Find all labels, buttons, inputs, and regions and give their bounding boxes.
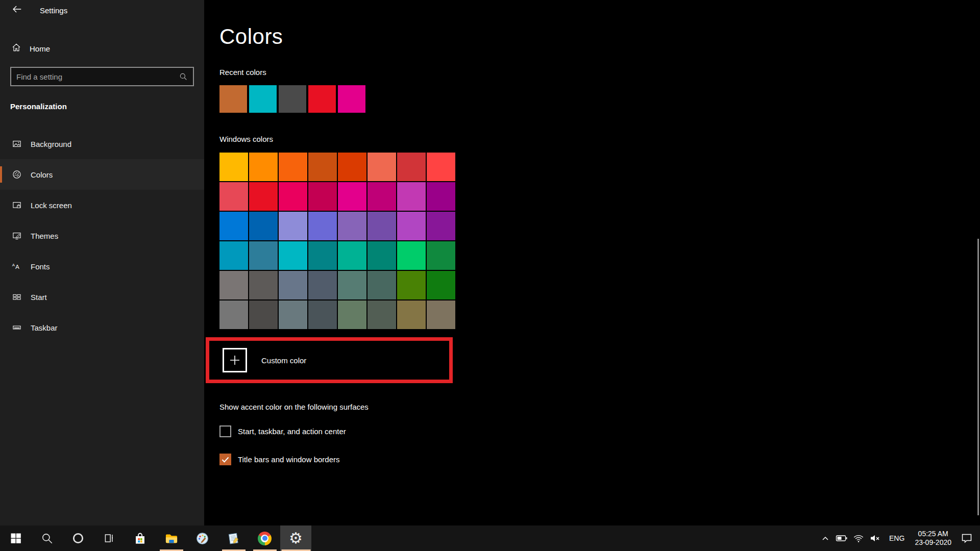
checked-checkbox[interactable] xyxy=(219,454,231,465)
taskbar-search-button[interactable] xyxy=(31,525,62,551)
taskbar-file-explorer-button[interactable] xyxy=(156,525,187,551)
taskbar-store-button[interactable] xyxy=(125,525,156,551)
recent-color-swatch[interactable] xyxy=(219,85,247,113)
recent-color-swatch[interactable] xyxy=(279,85,306,113)
windows-colors-grid xyxy=(219,153,455,329)
windows-color-swatch[interactable] xyxy=(279,182,307,211)
windows-color-swatch[interactable] xyxy=(249,300,278,329)
windows-color-swatch[interactable] xyxy=(368,212,396,240)
windows-color-swatch[interactable] xyxy=(279,153,307,181)
windows-color-swatch[interactable] xyxy=(219,300,248,329)
action-center-icon[interactable] xyxy=(957,525,977,551)
battery-icon[interactable] xyxy=(833,525,850,551)
windows-color-swatch[interactable] xyxy=(308,300,337,329)
taskbar-chrome-button[interactable] xyxy=(249,525,280,551)
windows-color-swatch[interactable] xyxy=(427,182,455,211)
recent-color-swatch[interactable] xyxy=(249,85,277,113)
windows-color-swatch[interactable] xyxy=(338,241,366,270)
sidebar-item-background[interactable]: Background xyxy=(0,129,204,159)
windows-color-swatch[interactable] xyxy=(219,182,248,211)
sidebar-item-taskbar[interactable]: Taskbar xyxy=(0,312,204,343)
taskbar-rect-icon xyxy=(11,322,22,333)
sidebar-item-themes[interactable]: Themes xyxy=(0,220,204,251)
windows-color-swatch[interactable] xyxy=(249,271,278,299)
clock[interactable]: 05:25 AM 23-09-2020 xyxy=(910,525,957,551)
windows-color-swatch[interactable] xyxy=(249,241,278,270)
windows-color-swatch[interactable] xyxy=(219,271,248,299)
sidebar-item-lock-screen[interactable]: Lock screen xyxy=(0,190,204,220)
sidebar-nav: BackgroundColorsLock screenThemesAAFonts… xyxy=(0,129,204,343)
windows-color-swatch[interactable] xyxy=(308,153,337,181)
windows-color-swatch[interactable] xyxy=(219,212,248,240)
windows-color-swatch[interactable] xyxy=(368,300,396,329)
sidebar-item-fonts[interactable]: AAFonts xyxy=(0,251,204,282)
volume-muted-icon[interactable] xyxy=(867,525,884,551)
windows-color-swatch[interactable] xyxy=(308,271,337,299)
windows-color-swatch[interactable] xyxy=(338,153,366,181)
windows-color-swatch[interactable] xyxy=(279,300,307,329)
windows-color-swatch[interactable] xyxy=(308,182,337,211)
fonts-icon: AA xyxy=(11,261,22,272)
windows-color-swatch[interactable] xyxy=(279,241,307,270)
windows-color-swatch[interactable] xyxy=(368,182,396,211)
windows-color-swatch[interactable] xyxy=(279,271,307,299)
chevron-up-icon[interactable] xyxy=(818,525,833,551)
windows-color-swatch[interactable] xyxy=(219,241,248,270)
back-button[interactable] xyxy=(8,3,26,17)
taskbar-settings-button[interactable]: ⚙ xyxy=(280,525,311,551)
recent-color-swatch[interactable] xyxy=(308,85,336,113)
windows-color-swatch[interactable] xyxy=(249,182,278,211)
sidebar-item-label: Fonts xyxy=(31,262,50,271)
windows-color-swatch[interactable] xyxy=(397,300,426,329)
windows-color-swatch[interactable] xyxy=(308,241,337,270)
windows-color-swatch[interactable] xyxy=(427,271,455,299)
taskbar-start-button[interactable] xyxy=(0,525,31,551)
settings-sidebar: Settings Home Personalization Background… xyxy=(0,0,204,525)
sidebar-item-label: Background xyxy=(31,140,71,148)
windows-color-swatch[interactable] xyxy=(397,182,426,211)
paint-icon xyxy=(195,532,209,545)
windows-color-swatch[interactable] xyxy=(249,212,278,240)
windows-color-swatch[interactable] xyxy=(338,271,366,299)
wifi-icon[interactable] xyxy=(850,525,867,551)
windows-color-swatch[interactable] xyxy=(368,241,396,270)
windows-color-swatch[interactable] xyxy=(338,212,366,240)
taskbar-task-view-button[interactable] xyxy=(93,525,125,551)
sidebar-item-home[interactable]: Home xyxy=(0,39,204,58)
search-input[interactable] xyxy=(11,72,179,81)
windows-color-swatch[interactable] xyxy=(368,153,396,181)
windows-color-swatch[interactable] xyxy=(397,271,426,299)
windows-color-swatch[interactable] xyxy=(397,212,426,240)
sidebar-item-label: Themes xyxy=(31,232,58,240)
windows-color-swatch[interactable] xyxy=(368,271,396,299)
sidebar-item-label: Colors xyxy=(31,170,53,179)
windows-color-swatch[interactable] xyxy=(397,241,426,270)
sidebar-item-colors[interactable]: Colors xyxy=(0,159,204,190)
windows-color-swatch[interactable] xyxy=(427,300,455,329)
windows-color-swatch[interactable] xyxy=(249,153,278,181)
windows-color-swatch[interactable] xyxy=(279,212,307,240)
windows-color-swatch[interactable] xyxy=(427,212,455,240)
windows-color-swatch[interactable] xyxy=(338,300,366,329)
search-icon[interactable] xyxy=(179,72,188,81)
plus-icon xyxy=(223,348,247,372)
vertical-scrollbar[interactable] xyxy=(977,239,979,515)
taskbar-cortana-button[interactable] xyxy=(62,525,93,551)
windows-color-swatch[interactable] xyxy=(308,212,337,240)
recent-color-swatch[interactable] xyxy=(338,85,365,113)
sidebar-item-start[interactable]: Start xyxy=(0,282,204,312)
accent-surfaces-heading: Show accent color on the following surfa… xyxy=(219,403,369,411)
recent-colors-label: Recent colors xyxy=(219,68,266,77)
language-indicator[interactable]: ENG xyxy=(884,525,910,551)
windows-color-swatch[interactable] xyxy=(427,153,455,181)
unchecked-checkbox[interactable] xyxy=(219,425,231,437)
windows-color-swatch[interactable] xyxy=(338,182,366,211)
windows-color-swatch[interactable] xyxy=(397,153,426,181)
taskbar-paint-button[interactable] xyxy=(187,525,218,551)
windows-color-swatch[interactable] xyxy=(219,153,248,181)
taskbar-notepad-button[interactable] xyxy=(218,525,249,551)
checkbox-row: Title bars and window borders xyxy=(219,454,346,465)
custom-color-button[interactable]: Custom color xyxy=(209,341,449,380)
notepad-icon xyxy=(227,532,240,545)
windows-color-swatch[interactable] xyxy=(427,241,455,270)
